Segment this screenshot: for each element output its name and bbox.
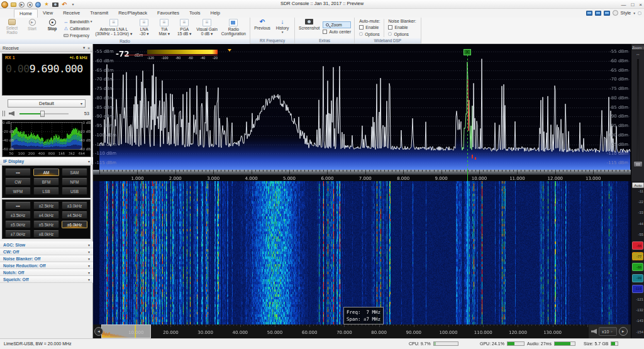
tab-view[interactable]: View <box>38 9 58 18</box>
auto-mute-options-button[interactable]: Options <box>359 31 380 37</box>
bandwidth-5.0khz[interactable]: ±5.0kHz <box>5 221 31 228</box>
settings-gear-icon[interactable] <box>638 11 641 15</box>
zoom-slider-track[interactable] <box>637 59 639 162</box>
legend-block--99[interactable]: -99 <box>632 274 643 282</box>
monitor-3-icon[interactable] <box>604 11 610 16</box>
history-button[interactable]: ↓ History ▾ <box>272 18 292 38</box>
zoom-toggle-button[interactable]: Zoom <box>323 21 351 28</box>
gain-dropdown-visual-gain[interactable]: ≡Visual Gain0 dB ▾ <box>194 18 219 38</box>
dsp-section-agc[interactable]: AGC: Slow▾ <box>0 241 93 248</box>
legend-block--77[interactable]: -77 <box>632 252 643 260</box>
legend-block--88[interactable]: -88 <box>632 263 643 271</box>
mute-icon[interactable] <box>591 329 597 334</box>
legend-block--66[interactable]: -66 <box>632 241 643 250</box>
step-x10-button[interactable]: x10 ► <box>599 327 617 336</box>
gain-dropdown-antenna-lna-l[interactable]: ≡Antenna LNA L(30MHz - 1.1GHz) ▾ <box>94 18 135 38</box>
mode-wfm[interactable]: WFM <box>5 187 31 195</box>
bandwidth-2.5khz[interactable]: ±2.5kHz <box>33 202 59 209</box>
mode-bfm[interactable]: BFM <box>33 178 59 186</box>
legend-auto-button[interactable]: Auto <box>632 182 644 188</box>
zoom-dropdown[interactable]: Zoom▾ <box>631 45 644 50</box>
gain-dropdown-tia[interactable]: ≡TIAMax ▾ <box>154 18 174 38</box>
mode-am[interactable]: AM <box>33 169 59 176</box>
previous-button[interactable]: ↶ Previous <box>252 18 272 38</box>
if-display-header[interactable]: IF Display ▾ <box>0 157 93 165</box>
frequency-navigator: ◄ x10 ► ► <box>93 324 631 338</box>
volume-slider[interactable] <box>19 110 69 118</box>
noise-blanker-enable-checkbox[interactable]: Enable <box>388 24 416 30</box>
calibration-button[interactable]: △ Calibration <box>64 25 92 31</box>
gain-dropdown-pga[interactable]: ≡PGA15 dB ▾ <box>174 18 194 38</box>
profile-dropdown[interactable]: Default ▾ <box>8 99 86 108</box>
auto-center-checkbox-box[interactable] <box>323 30 327 34</box>
auto-center-checkbox[interactable]: Auto center <box>323 29 351 35</box>
panel-close-icon[interactable]: × <box>87 46 90 50</box>
mode-nfm[interactable]: NFM <box>62 178 87 186</box>
tab-tools[interactable]: Tools <box>184 9 206 18</box>
fader-icon[interactable] <box>3 111 6 116</box>
bandwidth-3.0khz[interactable]: ±3.0kHz <box>62 202 87 209</box>
tab-favourites[interactable]: Favourites <box>152 9 184 18</box>
frequency-navigator-bar[interactable] <box>93 324 631 338</box>
help-icon[interactable] <box>613 10 618 16</box>
stop-icon: ■ <box>49 19 56 26</box>
bandwidth-4.0khz[interactable]: ±4.0kHz <box>33 211 59 219</box>
bandwidth-8.0khz[interactable]: ±8.0kHz <box>33 230 59 238</box>
waterfall-display[interactable] <box>93 181 631 324</box>
mode-usb[interactable]: USB <box>62 187 87 195</box>
maximize-button[interactable]: □ <box>631 2 634 8</box>
frequency-display[interactable]: RX 1 +/- 6 kHz 0.009.690.000 <box>2 53 91 96</box>
bandwidth-3.5khz[interactable]: ±3.5kHz <box>5 211 31 219</box>
dsp-section-cw[interactable]: CW: Off▾ <box>0 248 93 255</box>
radio-configuration-button[interactable]: Radio Configuration <box>219 18 248 38</box>
dsp-section-noise-blanker[interactable]: Noise Blanker: Off▾ <box>0 255 93 262</box>
mode-cw[interactable]: CW <box>5 178 31 186</box>
mode-selector: •••AMSAMCWBFMNFMWFMLSBUSB <box>2 165 91 198</box>
dsp-section-notch[interactable]: Notch: Off▾ <box>0 269 93 276</box>
bandwidth-button[interactable]: ↔ Bandwidth ▾ <box>64 18 92 25</box>
monitor-2-icon[interactable] <box>595 11 601 16</box>
tab-receive[interactable]: Receive <box>58 9 85 18</box>
bandwidth-[interactable]: ••• <box>5 202 31 209</box>
bandwidth-5.5khz[interactable]: ±5.5kHz <box>33 221 59 228</box>
nav-left-button[interactable]: ◄ <box>94 327 103 336</box>
noise-blanker-enable-box[interactable] <box>388 25 392 30</box>
noise-blanker-options-button[interactable]: Options <box>388 31 416 37</box>
mode-[interactable]: ••• <box>5 169 31 176</box>
bandwidth-7.0khz[interactable]: ±7.0kHz <box>5 230 31 238</box>
frequency-digits[interactable]: 0.009.690.000 <box>6 63 88 75</box>
status-meter-cpu: CPU: 9.7% <box>409 341 458 346</box>
minimize-button[interactable]: — <box>621 2 626 8</box>
tab-rec-playback[interactable]: Rec/Playback <box>113 9 152 18</box>
zoom-slider-handle[interactable] <box>633 161 643 167</box>
speaker-icon[interactable] <box>9 111 14 116</box>
screenshot-button[interactable]: Screenshot <box>297 18 321 38</box>
bandwidth-6.0khz[interactable]: ±6.0kHz <box>62 221 87 228</box>
frequency-scale[interactable] <box>93 170 631 181</box>
monitor-1-icon[interactable] <box>586 11 592 16</box>
auto-mute-enable-box[interactable] <box>359 25 364 30</box>
style-menu[interactable]: Style <box>621 10 631 16</box>
gain-dropdown-lna[interactable]: ≡LNA-30 ▾ <box>134 18 154 38</box>
bandwidth-4.5khz[interactable]: ±4.5kHz <box>62 211 87 219</box>
style-dropdown-icon[interactable]: ▾ <box>633 11 635 15</box>
legend-block--110[interactable]: -110 <box>632 285 643 293</box>
spectrum-display[interactable] <box>93 49 631 170</box>
sdr-console-window: ▶ ■ ★ ↶ ▾ SDR Console :: Jan 31, 2017 ::… <box>0 0 644 349</box>
dsp-section-noise-reduction[interactable]: Noise Reduction: Off▾ <box>0 262 93 269</box>
frequency-button[interactable]: Frequency <box>64 32 92 38</box>
tab-help[interactable]: Help <box>206 9 225 18</box>
panel-dropdown-icon[interactable]: ▾ <box>83 45 85 50</box>
volume-slider-handle[interactable] <box>40 111 45 117</box>
mode-lsb[interactable]: LSB <box>33 187 59 195</box>
dsp-section-squelch[interactable]: Squelch: Off▾ <box>0 276 93 283</box>
tab-transmit[interactable]: Transmit <box>85 9 113 18</box>
auto-mute-enable-checkbox[interactable]: Enable <box>359 24 380 30</box>
nav-right-button[interactable]: ► <box>619 327 628 336</box>
stop-button[interactable]: ■ Stop <box>42 18 62 38</box>
tab-home[interactable]: Home <box>14 9 38 18</box>
select-radio-button[interactable]: Select Radio <box>2 18 22 38</box>
close-button[interactable]: × <box>639 2 642 8</box>
mode-sam[interactable]: SAM <box>62 169 87 176</box>
start-button[interactable]: ▶ Start <box>22 18 42 38</box>
